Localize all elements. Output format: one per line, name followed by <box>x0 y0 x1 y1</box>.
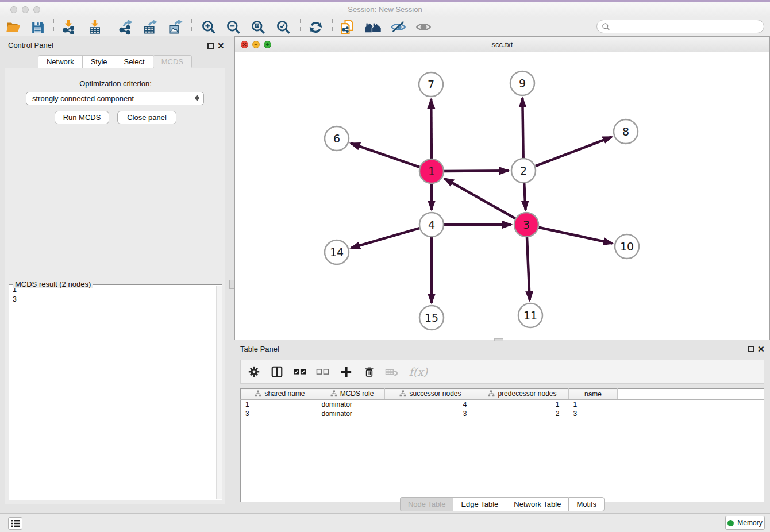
delete-table-button-disabled <box>384 364 399 379</box>
zoom-selected-icon <box>276 20 291 35</box>
horizontal-splitter-grip[interactable] <box>494 338 503 341</box>
cell-name[interactable]: 3 <box>569 409 618 418</box>
tab-network-table[interactable]: Network Table <box>506 497 568 511</box>
toolbar-separator <box>191 19 192 34</box>
tab-edge-table[interactable]: Edge Table <box>453 497 506 511</box>
criterion-dropdown[interactable]: strongly connected component <box>26 92 204 105</box>
table-empty-area <box>241 418 764 502</box>
graph-edge-1-7[interactable] <box>431 99 432 159</box>
cell-mcds-role[interactable]: dominator <box>319 409 385 418</box>
zoom-fit-icon <box>251 20 266 35</box>
import-table-button[interactable] <box>86 19 103 35</box>
control-panel-close-icon[interactable]: ✕ <box>217 43 225 49</box>
table-row[interactable]: 3 dominator 3 2 3 <box>241 409 764 418</box>
network-title: scc.txt <box>235 40 769 49</box>
add-column-button[interactable] <box>338 364 353 379</box>
attribute-icon <box>488 390 495 397</box>
cell-name[interactable]: 1 <box>569 400 618 409</box>
checked-boxes-icon <box>293 365 307 378</box>
table-panel-close-icon[interactable]: ✕ <box>757 346 765 352</box>
zoom-in-icon <box>201 20 217 35</box>
save-session-button[interactable] <box>29 19 46 35</box>
cell-shared-name[interactable]: 1 <box>241 400 319 409</box>
network-window-titlebar[interactable]: ✕ − + scc.txt <box>235 37 769 52</box>
table-panel-tabs: Node Table Edge Table Network Table Moti… <box>234 497 770 511</box>
panel-splitter-grip[interactable] <box>229 280 234 289</box>
task-history-button[interactable] <box>8 517 22 530</box>
show-all-button[interactable] <box>415 19 432 35</box>
search-box[interactable] <box>596 20 764 33</box>
network-from-selection-button[interactable] <box>338 19 356 35</box>
tab-node-table[interactable]: Node Table <box>400 497 453 511</box>
graph-edge-3-1[interactable] <box>445 179 515 218</box>
header-filler <box>618 389 764 400</box>
search-input[interactable] <box>610 21 764 32</box>
column-header-predecessor-nodes[interactable]: predecessor nodes <box>476 389 569 400</box>
zoom-in-button[interactable] <box>200 19 217 35</box>
attribute-icon <box>330 390 337 397</box>
refresh-button[interactable] <box>307 19 324 35</box>
export-image-button[interactable] <box>167 19 184 35</box>
control-panel-float-icon[interactable] <box>207 43 214 49</box>
result-scrollbar[interactable] <box>216 286 222 499</box>
toolbar-separator <box>113 19 113 34</box>
graph-edge-1-6[interactable] <box>351 144 420 167</box>
cell-predecessor-nodes[interactable]: 2 <box>476 409 569 418</box>
toolbar-separator <box>300 19 301 34</box>
network-canvas[interactable]: 7968124314101511 <box>235 52 769 340</box>
graph-edge-2-9[interactable] <box>522 98 523 158</box>
hide-selected-button[interactable] <box>390 19 407 35</box>
tab-motifs[interactable]: Motifs <box>568 497 605 511</box>
export-table-button[interactable] <box>141 19 159 35</box>
node-table: shared name MCDS role successor nodes pr… <box>240 388 764 502</box>
tab-network[interactable]: Network <box>38 55 82 68</box>
cell-filler <box>618 400 764 409</box>
table-panel-float-icon[interactable] <box>748 346 754 352</box>
open-folder-icon <box>6 20 21 34</box>
select-all-button[interactable] <box>292 364 307 379</box>
import-network-icon <box>61 20 76 34</box>
table-row[interactable]: 1 dominator 4 1 1 <box>241 400 764 409</box>
tab-select[interactable]: Select <box>116 55 153 68</box>
column-header-shared-name[interactable]: shared name <box>241 389 319 400</box>
export-network-button[interactable] <box>117 19 134 35</box>
cell-shared-name[interactable]: 3 <box>241 409 319 418</box>
import-network-button[interactable] <box>60 19 77 35</box>
zoom-selected-button[interactable] <box>275 19 292 35</box>
deselect-all-button[interactable] <box>315 364 330 379</box>
toggle-column-button[interactable] <box>270 364 284 379</box>
zoom-out-icon <box>226 20 241 35</box>
graph-edge-2-3[interactable] <box>524 183 525 210</box>
column-header-mcds-role[interactable]: MCDS role <box>319 389 385 400</box>
column-header-name[interactable]: name <box>569 389 618 400</box>
tab-style[interactable]: Style <box>82 55 116 68</box>
delete-column-button[interactable] <box>361 364 376 379</box>
memory-button[interactable]: Memory <box>725 516 765 530</box>
open-session-button[interactable] <box>5 19 22 35</box>
zoom-fit-button[interactable] <box>249 19 267 35</box>
cell-successor-nodes[interactable]: 4 <box>385 400 476 409</box>
graph-edge-1-2[interactable] <box>444 171 509 171</box>
table-panel-title: Table Panel <box>240 345 279 353</box>
cell-filler <box>618 409 764 418</box>
tab-mcds[interactable]: MCDS <box>153 55 192 68</box>
cell-predecessor-nodes[interactable]: 1 <box>476 400 569 409</box>
zoom-out-button[interactable] <box>225 19 242 35</box>
cell-mcds-role[interactable]: dominator <box>319 400 385 409</box>
first-neighbors-button[interactable] <box>364 19 382 35</box>
graph-edge-4-14[interactable] <box>351 228 419 248</box>
graph-edge-2-8[interactable] <box>536 137 612 166</box>
run-mcds-button[interactable]: Run MCDS <box>55 111 109 124</box>
column-header-successor-nodes[interactable]: successor nodes <box>385 389 476 400</box>
close-panel-button[interactable]: Close panel <box>117 111 176 124</box>
graph-node-label: 7 <box>428 78 434 91</box>
graph-edge-3-10[interactable] <box>539 228 613 244</box>
graph-edge-3-11[interactable] <box>527 237 530 300</box>
columns-icon <box>271 365 283 378</box>
table-settings-button[interactable] <box>247 364 261 379</box>
graph-node-label: 2 <box>520 164 527 177</box>
save-icon <box>30 20 45 34</box>
toolbar-separator <box>53 19 54 34</box>
graph-node-label: 9 <box>519 77 526 90</box>
cell-successor-nodes[interactable]: 3 <box>385 409 476 418</box>
